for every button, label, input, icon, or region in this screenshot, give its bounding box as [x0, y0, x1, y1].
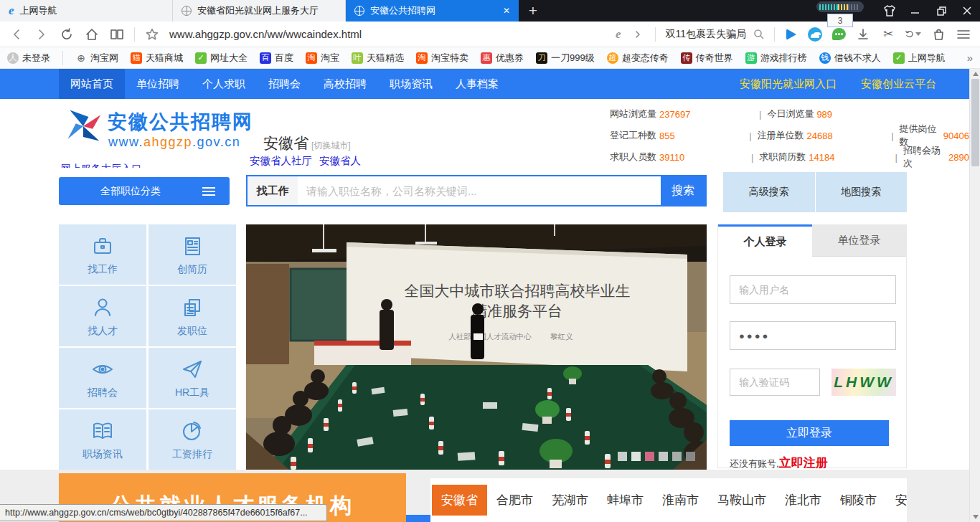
bookmark-taobao-site[interactable]: ⊕淘宝网	[75, 52, 118, 65]
scroll-down-arrow-icon[interactable]	[973, 515, 979, 519]
login-submit-button[interactable]: 立即登录	[730, 420, 889, 446]
nav-personal-jobs[interactable]: 个人求职	[191, 69, 257, 99]
city-tab-hefei[interactable]: 合肥市	[487, 485, 542, 516]
password-field[interactable]	[730, 321, 896, 350]
toolbar-search[interactable]: 双11包裹丢失骗局	[665, 28, 765, 41]
compat-expand-button[interactable]	[630, 26, 646, 43]
city-tab-maanshan[interactable]: 马鞍山市	[708, 485, 776, 516]
tab-ahggzp-active[interactable]: 安徽公共招聘网 ✕	[346, 0, 519, 22]
city-tab-wuhu[interactable]: 芜湖市	[542, 485, 598, 516]
clip-button[interactable]: ✂	[880, 26, 896, 43]
menu-button[interactable]	[956, 26, 971, 43]
toolbar-search-query[interactable]: 双11包裹丢失骗局	[665, 28, 746, 41]
nav-hr-archive[interactable]: 人事档案	[444, 69, 510, 99]
bookmark-tmall[interactable]: 猫天猫商城	[131, 52, 183, 65]
tile-post-job[interactable]: 发职位	[149, 286, 236, 346]
downloads-button[interactable]	[855, 26, 871, 43]
video-accel-button[interactable]	[784, 27, 798, 42]
search-icon[interactable]	[753, 29, 765, 40]
skin-button[interactable]	[877, 0, 903, 22]
scroll-up-arrow-icon[interactable]	[973, 72, 979, 76]
tab-company-login[interactable]: 单位登录	[812, 224, 906, 257]
advanced-search-button[interactable]: 高级搜索	[723, 172, 816, 212]
nav-company-recruit[interactable]: 单位招聘	[125, 69, 191, 99]
tile-job-fair[interactable]: 招聘会	[59, 348, 146, 408]
scrollbar-thumb[interactable]	[971, 79, 979, 166]
refresh-button[interactable]	[59, 26, 75, 43]
undo-button[interactable]	[905, 26, 921, 43]
carousel-dot[interactable]	[659, 452, 668, 461]
tab-close-icon[interactable]: ✕	[503, 6, 510, 16]
bookmark-baidu[interactable]: 百百度	[260, 52, 293, 65]
link-provincial-talent[interactable]: 安徽省人	[319, 154, 361, 168]
switch-city-link[interactable]: [切换城市]	[311, 141, 351, 151]
forward-button[interactable]	[34, 26, 50, 43]
carousel-dot-active[interactable]	[645, 452, 654, 461]
close-window-button[interactable]	[954, 0, 980, 22]
tab-nav-home[interactable]: e 上网导航	[0, 0, 173, 22]
search-submit-button[interactable]: 搜索	[661, 176, 705, 205]
nav-campus-recruit[interactable]: 高校招聘	[312, 69, 378, 99]
map-search-button[interactable]: 地图搜索	[816, 172, 908, 212]
clipped-service-hall-link[interactable]: 网上服务大厅入口	[61, 163, 141, 168]
compat-mode-icon[interactable]: e	[616, 27, 621, 42]
city-tab-tongling[interactable]: 铜陵市	[831, 485, 886, 516]
tile-find-talent[interactable]: 找人才	[59, 286, 146, 346]
bookmark-login-status[interactable]: 人 未登录	[7, 52, 50, 65]
search-scope-label[interactable]: 找工作	[248, 176, 298, 205]
city-tab-anhui[interactable]: 安徽省	[432, 485, 487, 516]
banner-carousel[interactable]: 全国大中城市联合招聘高校毕业生 精准服务平台 人社部全国人才流动中心 黎红义	[246, 224, 707, 470]
bookmark-game-legend[interactable]: 超超变态传奇	[607, 52, 669, 65]
tile-hr-tools[interactable]: HR工具	[149, 348, 236, 408]
all-categories-button[interactable]: 全部职位分类	[59, 177, 230, 205]
reading-mode-button[interactable]	[109, 26, 125, 43]
nav-home[interactable]: 网站首页	[59, 69, 125, 99]
link-sunshine-portal[interactable]: 安徽阳光就业网入口	[740, 77, 837, 91]
bookmarks-overflow-chevron[interactable]: »	[967, 52, 973, 64]
favorite-button[interactable]	[144, 26, 160, 43]
cloud-sync-button[interactable]	[808, 27, 822, 42]
new-tab-button[interactable]: +	[519, 0, 547, 22]
city-tab-bengbu[interactable]: 蚌埠市	[598, 485, 653, 516]
bookmark-taobao-sale[interactable]: 淘淘宝特卖	[416, 52, 468, 65]
carousel-dot[interactable]	[631, 452, 641, 461]
nav-career-news[interactable]: 职场资讯	[378, 69, 444, 99]
nav-job-fair[interactable]: 招聘会	[257, 69, 312, 99]
home-button[interactable]	[84, 26, 100, 43]
link-provincial-hr-dept[interactable]: 安徽省人社厅	[250, 154, 312, 168]
tile-career-news[interactable]: 职场资讯	[59, 409, 146, 470]
bookmark-tmall-select[interactable]: 叶天猫精选	[352, 52, 404, 65]
tile-salary-rank[interactable]: 工资排行	[149, 409, 236, 470]
bookmark-nav-home[interactable]: ✓上网导航	[893, 52, 946, 65]
username-field[interactable]	[730, 275, 896, 304]
bookmark-game-rank[interactable]: 游游戏排行榜	[745, 52, 807, 65]
bookmark-hao-sites[interactable]: ✓网址大全	[195, 52, 248, 65]
city-tab-anqing[interactable]: 安庆市	[886, 485, 907, 516]
carousel-dot[interactable]	[686, 452, 695, 461]
app-market-button[interactable]	[930, 26, 946, 43]
city-tab-huaibei[interactable]: 淮北市	[776, 485, 831, 516]
address-bar-url[interactable]: www.ahggzp.gov.cn/ww/wwcaindex.html	[169, 28, 362, 40]
register-link[interactable]: 立即注册	[779, 455, 828, 471]
tab-sunshine-employment[interactable]: 安徽省阳光就业网上服务大厅	[173, 0, 346, 22]
bookmark-taobao[interactable]: 淘淘宝	[306, 52, 339, 65]
restore-button[interactable]	[928, 0, 954, 22]
bookmark-loan[interactable]: 钱借钱不求人	[819, 52, 881, 65]
page-scrollbar[interactable]	[969, 69, 980, 522]
bookmark-game-knife[interactable]: 刀一刀999级	[536, 52, 595, 65]
job-search-input[interactable]	[298, 176, 661, 205]
bookmark-legend-world[interactable]: 传传奇世界	[681, 52, 733, 65]
city-tab-huainan[interactable]: 淮南市	[653, 485, 708, 516]
carousel-dot[interactable]	[672, 452, 682, 461]
bookmark-coupons[interactable]: 惠优惠券	[481, 52, 524, 65]
captcha-image[interactable]: LHWW	[831, 369, 896, 396]
site-logo[interactable]	[63, 106, 103, 149]
tile-find-job[interactable]: 找工作	[59, 224, 146, 285]
back-button[interactable]	[9, 26, 24, 43]
tile-create-resume[interactable]: 创简历	[149, 224, 236, 285]
carousel-dot[interactable]	[618, 452, 627, 461]
link-startup-cloud[interactable]: 安徽创业云平台	[861, 77, 936, 91]
tab-personal-login[interactable]: 个人登录	[718, 224, 812, 257]
captcha-field[interactable]	[730, 369, 820, 396]
minimize-button[interactable]	[903, 0, 928, 22]
